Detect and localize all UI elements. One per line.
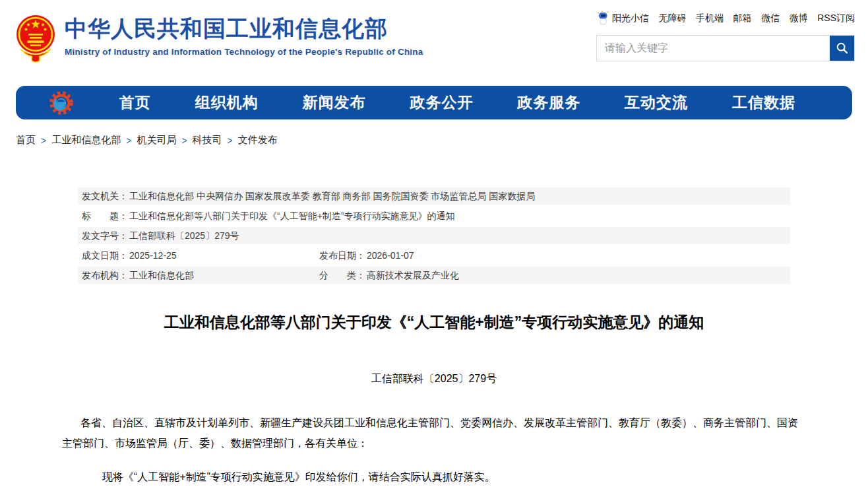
meta-cell: 发文机关： 工业和信息化部 中央网信办 国家发展改革委 教育部 商务部 国务院国… — [82, 187, 535, 205]
search-box — [596, 35, 855, 61]
site-header: 中华人民共和国工业和信息化部 Ministry of Industry and … — [0, 0, 868, 82]
meta-label: 标 题： — [82, 207, 128, 224]
meta-label: 成文日期： — [82, 247, 128, 264]
breadcrumb: 首页 > 工业和信息化部 > 机关司局 > 科技司 > 文件发布 — [16, 134, 868, 147]
header-utilities: 阳光小信 无障碍 手机端 邮箱 微信 微博 RSS订阅 — [596, 11, 855, 61]
breadcrumb-science-tech-dept[interactable]: 科技司 — [193, 134, 222, 147]
breadcrumb-separator: > — [181, 135, 187, 146]
meta-label: 分 类： — [319, 267, 365, 284]
meta-label: 发文字号： — [82, 227, 128, 244]
meta-cell: 标 题： 工业和信息化部等八部门关于印发《“人工智能+制造”专项行动实施意见》的… — [82, 207, 455, 224]
meta-cell-publish-date: 发布日期： 2026-01-07 — [319, 247, 414, 264]
mascot-robot-icon — [596, 11, 609, 26]
document-content: 发文机关： 工业和信息化部 中央网信办 国家发展改革委 教育部 商务部 国务院国… — [62, 187, 806, 487]
top-link-label: 阳光小信 — [612, 13, 649, 24]
top-link-rss[interactable]: RSS订阅 — [817, 13, 855, 24]
page: 中华人民共和国工业和信息化部 Ministry of Industry and … — [0, 0, 868, 487]
top-link-sunshine-xiaoxin[interactable]: 阳光小信 — [596, 11, 649, 26]
article-paragraph-instruction: 现将《“人工智能+制造”专项行动实施意见》印发给你们，请结合实际认真抓好落实。 — [62, 467, 806, 487]
meta-label: 发文机关： — [82, 187, 128, 205]
meta-value: 工业和信息化部等八部门关于印发《“人工智能+制造”专项行动实施意见》的通知 — [129, 207, 455, 224]
meta-row-dates: 成文日期： 2025-12-25 发布日期： 2026-01-07 — [78, 247, 790, 264]
top-link-weibo[interactable]: 微博 — [790, 13, 808, 24]
search-button[interactable] — [830, 36, 854, 61]
meta-cell-category: 分 类： 高新技术发展及产业化 — [319, 267, 459, 284]
search-icon — [836, 42, 849, 55]
nav-item-miit-data[interactable]: 工信数据 — [732, 92, 795, 113]
meta-value: 高新技术发展及产业化 — [367, 267, 459, 284]
site-title[interactable]: 中华人民共和国工业和信息化部 — [65, 15, 423, 42]
main-nav: 首页 组织机构 新闻发布 政务公开 政务服务 互动交流 工信数据 — [16, 86, 852, 119]
meta-value: 2026-01-07 — [367, 247, 414, 264]
breadcrumb-miit[interactable]: 工业和信息化部 — [51, 134, 121, 147]
meta-row-issuing-agencies: 发文机关： 工业和信息化部 中央网信办 国家发展改革委 教育部 商务部 国务院国… — [78, 187, 790, 205]
meta-cell-publisher: 发布机构： 工业和信息化部 — [82, 267, 319, 284]
nav-item-interaction[interactable]: 互动交流 — [625, 92, 688, 113]
miit-gear-logo-icon[interactable] — [47, 89, 75, 117]
top-link-wechat[interactable]: 微信 — [761, 13, 780, 24]
meta-value: 工信部联科〔2025〕279号 — [129, 227, 239, 244]
meta-row-doc-number: 发文字号： 工信部联科〔2025〕279号 — [78, 227, 790, 244]
national-emblem-icon — [16, 14, 55, 65]
nav-item-organization[interactable]: 组织机构 — [195, 92, 259, 113]
top-link-accessibility[interactable]: 无障碍 — [659, 13, 687, 24]
breadcrumb-separator: > — [126, 135, 131, 146]
meta-row-publisher-category: 发布机构： 工业和信息化部 分 类： 高新技术发展及产业化 — [78, 267, 790, 284]
site-title-block: 中华人民共和国工业和信息化部 Ministry of Industry and … — [65, 14, 423, 57]
meta-value: 工业和信息化部 中央网信办 国家发展改革委 教育部 商务部 国务院国资委 市场监… — [129, 187, 535, 205]
nav-item-news[interactable]: 新闻发布 — [303, 92, 366, 113]
site-title-en: Ministry of Industry and Information Tec… — [65, 47, 423, 57]
meta-row-title: 标 题： 工业和信息化部等八部门关于印发《“人工智能+制造”专项行动实施意见》的… — [78, 207, 790, 224]
meta-value: 2025-12-25 — [129, 247, 177, 264]
breadcrumb-departments[interactable]: 机关司局 — [137, 134, 176, 147]
nav-item-gov-disclosure[interactable]: 政务公开 — [410, 92, 473, 113]
document-number: 工信部联科〔2025〕279号 — [62, 372, 806, 386]
top-link-mail[interactable]: 邮箱 — [733, 13, 752, 24]
nav-item-home[interactable]: 首页 — [119, 92, 151, 113]
search-input[interactable] — [597, 36, 830, 61]
article-paragraph-recipients: 各省、自治区、直辖市及计划单列市、新疆生产建设兵团工业和信息化主管部门、党委网信… — [62, 412, 806, 453]
breadcrumb-home[interactable]: 首页 — [16, 134, 36, 147]
meta-cell: 发文字号： 工信部联科〔2025〕279号 — [82, 227, 239, 244]
document-title: 工业和信息化部等八部门关于印发《“人工智能+制造”专项行动实施意见》的通知 — [62, 312, 806, 333]
meta-label: 发布日期： — [319, 247, 365, 264]
breadcrumb-current-document-release: 文件发布 — [238, 134, 278, 147]
doc-meta-table: 发文机关： 工业和信息化部 中央网信办 国家发展改革委 教育部 商务部 国务院国… — [78, 187, 790, 284]
meta-label: 发布机构： — [82, 267, 128, 284]
breadcrumb-separator: > — [41, 135, 46, 146]
top-links: 阳光小信 无障碍 手机端 邮箱 微信 微博 RSS订阅 — [596, 11, 855, 26]
meta-value: 工业和信息化部 — [129, 267, 194, 284]
top-link-mobile[interactable]: 手机端 — [696, 13, 724, 24]
nav-item-gov-services[interactable]: 政务服务 — [517, 92, 580, 113]
meta-cell-written-date: 成文日期： 2025-12-25 — [82, 247, 319, 264]
article-body: 各省、自治区、直辖市及计划单列市、新疆生产建设兵团工业和信息化主管部门、党委网信… — [62, 412, 806, 487]
national-emblem-logo[interactable] — [16, 14, 55, 65]
breadcrumb-separator: > — [228, 135, 233, 146]
site-branding: 中华人民共和国工业和信息化部 Ministry of Industry and … — [16, 14, 423, 65]
